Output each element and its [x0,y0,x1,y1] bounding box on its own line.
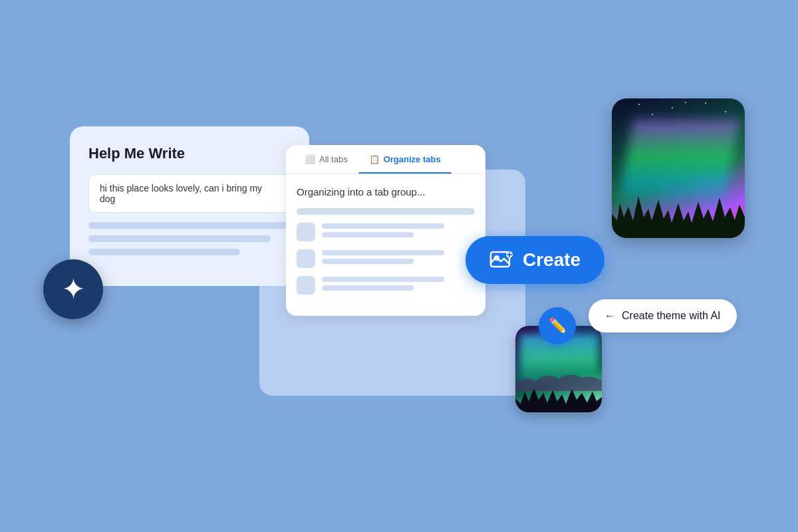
create-button-label: Create [523,249,581,271]
skeleton-line-3 [88,249,240,255]
create-theme-label: Create theme with AI [622,310,721,322]
skeleton-line-c [322,250,444,255]
tabs-icon: ⬜ [305,154,315,164]
help-write-title: Help Me Write [88,145,291,162]
skeleton-icon-3 [297,276,315,295]
scene: Help Me Write hi this place looks lovely… [0,0,798,532]
skeleton-list [297,223,475,295]
help-write-input[interactable]: hi this place looks lovely, can i bring … [88,174,291,213]
create-image-icon [489,248,513,272]
sparkle-icon: ✦ [61,275,86,304]
skeleton-text-3 [322,277,475,294]
skeleton-header-row [297,208,475,215]
skeleton-line-d [322,259,414,264]
aurora-stars [612,98,745,168]
skeleton-line-a [322,223,444,229]
all-tabs-tab[interactable]: ⬜ All tabs [294,145,358,174]
back-arrow-icon: ← [604,310,615,322]
create-button[interactable]: Create [466,236,604,284]
organize-tabs-label: Organize tabs [384,154,441,164]
tabs-card: ⬜ All tabs 📋 Organize tabs Organizing in… [286,145,485,316]
skeleton-text [322,223,475,241]
skeleton-icon [297,223,315,241]
organize-tabs-tab[interactable]: 📋 Organize tabs [358,145,452,174]
skeleton-line-1 [88,222,291,229]
organizing-text: Organizing into a tab group... [297,186,475,198]
skeleton-text-2 [322,250,475,267]
tabs-header: ⬜ All tabs 📋 Organize tabs [286,145,485,174]
pencil-icon: ✏️ [549,317,567,334]
help-me-write-card: Help Me Write hi this place looks lovely… [70,126,309,286]
tabs-body: Organizing into a tab group... [286,174,485,316]
ai-star-button[interactable]: ✦ [43,259,103,319]
skeleton-line-b [322,232,414,237]
edit-button[interactable]: ✏️ [539,307,576,344]
skeleton-list-item-3 [297,276,475,295]
skeleton-line-2 [88,235,271,242]
all-tabs-label: All tabs [319,154,348,164]
create-theme-button[interactable]: ← Create theme with AI [589,299,737,332]
organize-icon: 📋 [369,154,380,164]
skeleton-icon-2 [297,249,315,268]
skeleton-line-f [322,285,414,291]
skeleton-list-item [297,223,475,241]
aurora-image-large [612,98,745,238]
skeleton-list-item-2 [297,249,475,268]
mountain-silhouette [515,371,602,391]
skeleton-line-e [322,277,444,282]
tree-silhouette-large [612,182,745,238]
